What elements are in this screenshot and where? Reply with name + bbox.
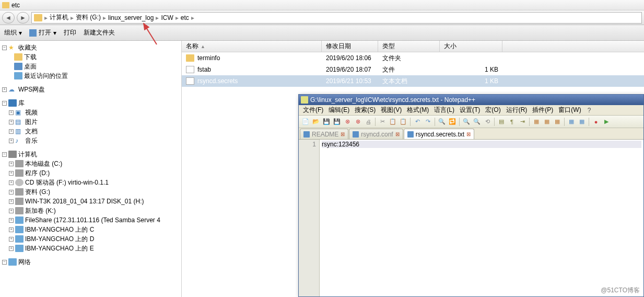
breadcrumb-item[interactable]: linux_server_log	[108, 14, 154, 21]
redo-icon[interactable]: ↷	[423, 117, 432, 127]
cloud-icon: ☁	[8, 86, 17, 93]
breadcrumb-item[interactable]: 计算机	[50, 13, 68, 22]
tab-rsyncd-secrets[interactable]: rsyncd.secrets.txt⊠	[404, 129, 474, 139]
unfold-icon[interactable]: ▦	[542, 117, 552, 127]
sidebar-item-downloads[interactable]: 下载	[0, 52, 181, 62]
computer-group[interactable]: −计算机	[0, 150, 181, 159]
saveall-icon[interactable]: 💾	[332, 117, 342, 127]
paste-icon[interactable]: 📋	[399, 117, 408, 127]
forward-button[interactable]: ►	[17, 12, 29, 24]
menu-search[interactable]: 搜索(S)	[353, 106, 378, 115]
col-size[interactable]: 大小	[440, 41, 502, 52]
network-group[interactable]: −网络	[0, 257, 181, 267]
sidebar-item-disk-c[interactable]: +本地磁盘 (C:)	[0, 159, 181, 168]
menu-format[interactable]: 格式(M)	[405, 106, 431, 115]
monitor-icon[interactable]: ▦	[577, 117, 587, 127]
wrap-icon[interactable]: ▤	[497, 117, 506, 127]
tab-readme[interactable]: README⊠	[300, 129, 348, 139]
sidebar-item-desktop[interactable]: 桌面	[0, 62, 181, 71]
menu-help[interactable]: ?	[588, 107, 591, 114]
tab-rsyncd-conf[interactable]: rsyncd.conf⊠	[349, 129, 403, 139]
replace-icon[interactable]: 🔁	[448, 117, 457, 127]
breadcrumb-item[interactable]: ICW	[161, 14, 173, 21]
sidebar-item-fileshare[interactable]: +FileShare (172.31.101.116 (Ted Samba Se…	[0, 215, 181, 225]
title-bar: etc	[0, 0, 644, 10]
sidebar-item-net-d[interactable]: +IBM-YANGCHAO 上的 D	[0, 234, 181, 244]
computer-icon	[8, 151, 17, 158]
menu-settings[interactable]: 设置(T)	[458, 106, 482, 115]
sidebar-item-recent[interactable]: 最近访问的位置	[0, 71, 181, 81]
sidebar-item-disk-h[interactable]: +WIN-T3K 2018_01_04 13:17 DISK_01 (H:)	[0, 197, 181, 206]
fold-icon[interactable]: ▦	[532, 117, 541, 127]
organize-button[interactable]: 组织 ▾	[4, 28, 22, 37]
sidebar-item-video[interactable]: +▣视频	[0, 108, 181, 117]
folder-icon	[14, 53, 22, 61]
sidebar-item-pictures[interactable]: +▤图片	[0, 117, 181, 127]
closeall-icon[interactable]: ⊗	[353, 117, 362, 127]
sidebar-item-documents[interactable]: +▥文档	[0, 127, 181, 136]
watermark: @51CTO博客	[601, 286, 640, 295]
library-group[interactable]: −库	[0, 98, 181, 108]
open-icon[interactable]: 📂	[311, 117, 321, 127]
menu-language[interactable]: 语言(L)	[432, 106, 456, 115]
undo-icon[interactable]: ↶	[413, 117, 422, 127]
open-button[interactable]: 打开 ▾	[29, 28, 56, 37]
menu-file[interactable]: 文件(F)	[301, 106, 325, 115]
wps-group[interactable]: +☁WPS网盘	[0, 85, 181, 94]
col-type[interactable]: 类型	[378, 41, 440, 52]
file-date: 2019/6/20 18:06	[322, 54, 378, 62]
menu-window[interactable]: 窗口(W)	[556, 106, 583, 115]
record-icon[interactable]: ●	[591, 117, 601, 127]
file-row[interactable]: rsyncd.secrets2019/6/21 10:53文本文档1 KB	[182, 75, 644, 87]
menu-plugins[interactable]: 插件(P)	[530, 106, 555, 115]
breadcrumb-item[interactable]: 资料 (G:)	[76, 13, 101, 22]
copy-icon[interactable]: 📋	[388, 117, 397, 127]
play-icon[interactable]: ▶	[602, 117, 611, 127]
explorer-toolbar: 组织 ▾ 打开 ▾ 打印 新建文件夹	[0, 25, 644, 41]
close-icon[interactable]: ⊠	[466, 131, 471, 137]
new-folder-button[interactable]: 新建文件夹	[84, 28, 115, 37]
sidebar-item-music[interactable]: +♪音乐	[0, 136, 181, 145]
print-button[interactable]: 打印	[64, 28, 76, 37]
menu-view[interactable]: 视图(V)	[379, 106, 404, 115]
zoom-out-icon[interactable]: 🔍	[472, 117, 482, 127]
breadcrumb[interactable]: ▸ 计算机▸ 资料 (G:)▸ linux_server_log▸ ICW▸ e…	[31, 12, 642, 24]
music-icon: ♪	[15, 137, 24, 144]
print-icon[interactable]: 🖨	[364, 117, 373, 127]
close-icon[interactable]: ⊠	[395, 131, 400, 137]
new-icon[interactable]: 📄	[301, 117, 310, 127]
close-icon[interactable]: ⊠	[341, 131, 345, 137]
sidebar-item-net-e[interactable]: +IBM-YANGCHAO 上的 E	[0, 244, 181, 253]
notepad-title-bar[interactable]: G:\linux_server_log\ICW\etc\rsyncd.secre…	[299, 95, 643, 105]
favorites-group[interactable]: −★收藏夹	[0, 43, 181, 52]
col-name[interactable]: 名称▲	[182, 41, 322, 52]
func-icon[interactable]: ▦	[553, 117, 562, 127]
close-icon[interactable]: ⊗	[343, 117, 352, 127]
save-icon[interactable]: 💾	[322, 117, 331, 127]
menu-run[interactable]: 运行(R)	[504, 106, 530, 115]
sidebar-item-net-c[interactable]: +IBM-YANGCHAO 上的 C	[0, 225, 181, 234]
sidebar-item-disk-d[interactable]: +程序 (D:)	[0, 168, 181, 178]
sync-icon[interactable]: ⟲	[483, 117, 492, 127]
file-row[interactable]: terminfo2019/6/20 18:06文件夹	[182, 52, 644, 64]
indent-icon[interactable]: ⇥	[518, 117, 527, 127]
sidebar-item-cd-f[interactable]: +CD 驱动器 (F:) virtio-win-0.1.1	[0, 178, 181, 187]
menu-macro[interactable]: 宏(O)	[483, 106, 502, 115]
editor-content[interactable]: rsync:123456	[320, 140, 643, 296]
cut-icon[interactable]: ✂	[378, 117, 387, 127]
folder-icon	[34, 14, 42, 21]
file-row[interactable]: fstab2019/6/20 18:07文件1 KB	[182, 64, 644, 75]
sidebar-item-disk-k[interactable]: +新加卷 (K:)	[0, 206, 181, 215]
find-icon[interactable]: 🔍	[437, 117, 447, 127]
disk-icon	[15, 169, 24, 177]
hidden-icon[interactable]: ¶	[507, 117, 517, 127]
menu-edit[interactable]: 编辑(E)	[326, 106, 352, 115]
col-date[interactable]: 修改日期	[322, 41, 378, 52]
notepad-editor[interactable]: 1 rsync:123456	[299, 140, 643, 296]
zoom-in-icon[interactable]: 🔍	[462, 117, 471, 127]
sidebar-item-disk-g[interactable]: +资料 (G:)	[0, 187, 181, 197]
doc-icon[interactable]: ▦	[567, 117, 576, 127]
back-button[interactable]: ◄	[2, 12, 15, 24]
notepad-window[interactable]: G:\linux_server_log\ICW\etc\rsyncd.secre…	[298, 94, 644, 297]
breadcrumb-item[interactable]: etc	[181, 14, 189, 21]
